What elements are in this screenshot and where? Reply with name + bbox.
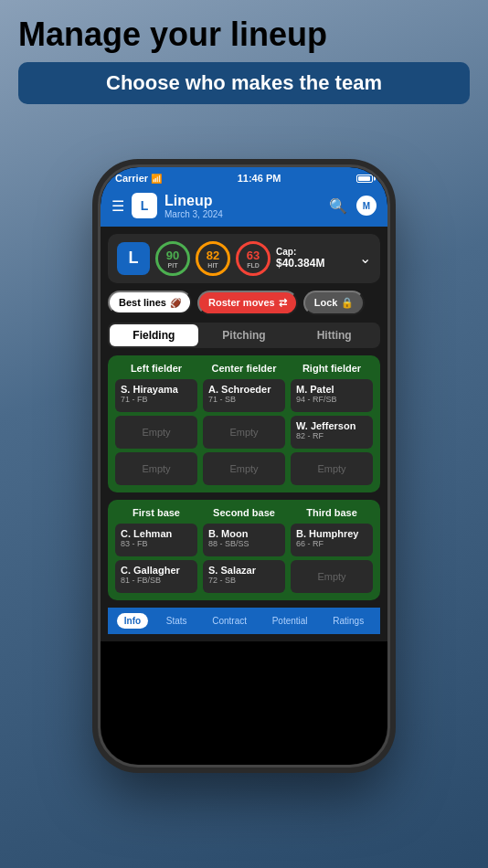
player-sub: 71 - FB — [121, 395, 192, 404]
outfield-section: Left fielder S. Hirayama 71 - FB Empty E… — [108, 355, 380, 492]
bottom-tab-info[interactable]: Info — [117, 613, 148, 629]
fld-circle: 63 FLD — [236, 241, 271, 276]
hit-circle: 82 HIT — [196, 241, 230, 276]
player-sub: 81 - FB/SB — [121, 576, 192, 585]
lock-icon: 🔒 — [341, 297, 354, 309]
phone-shell: Carrier 📶 11:46 PM ☰ L Lineup March 3, 2… — [98, 164, 390, 767]
bottom-tab-contract[interactable]: Contract — [205, 613, 254, 629]
tab-fielding[interactable]: Fielding — [110, 324, 198, 346]
main-content: L 90 PIT 82 HIT 63 FLD Cap: $40.384M ⌄ — [101, 227, 387, 641]
nav-bar: ☰ L Lineup March 3, 2024 🔍 M — [101, 187, 387, 227]
carrier-text: Carrier 📶 — [115, 173, 162, 184]
player-card-lf-empty2[interactable]: Empty — [115, 452, 197, 485]
chevron-down-icon[interactable]: ⌄ — [359, 249, 371, 267]
third-base-header: Third base — [291, 507, 373, 518]
player-name: C. Lehman — [121, 528, 192, 539]
second-base-col: Second base B. Moon 88 - SB/SS S. Salaza… — [203, 507, 285, 593]
player-sub: 66 - RF — [296, 539, 367, 548]
player-sub: 72 - SB — [208, 576, 280, 585]
player-card-jefferson[interactable]: W. Jefferson 82 - RF — [291, 416, 373, 449]
nav-logo: L — [132, 193, 157, 218]
nav-title: Lineup — [164, 193, 322, 209]
action-row: Best lines 🏈 Roster moves ⇄ Lock 🔒 — [108, 291, 380, 315]
left-field-header: Left fielder — [115, 363, 197, 374]
player-name: S. Salazar — [208, 565, 280, 576]
infield-section: First base C. Lehman 83 - FB C. Gallaghe… — [108, 500, 380, 600]
empty-label: Empty — [317, 571, 345, 582]
stats-row: L 90 PIT 82 HIT 63 FLD Cap: $40.384M ⌄ — [108, 234, 380, 283]
search-icon[interactable]: 🔍 — [329, 197, 347, 215]
empty-label: Empty — [317, 463, 345, 474]
player-card-humphrey[interactable]: B. Humphrey 66 - RF — [291, 524, 373, 556]
empty-label: Empty — [229, 427, 258, 438]
roster-moves-button[interactable]: Roster moves ⇄ — [197, 291, 298, 315]
empty-label: Empty — [142, 463, 170, 474]
bottom-tab-stats[interactable]: Stats — [159, 613, 195, 629]
player-name: B. Humphrey — [296, 528, 367, 539]
player-name: C. Gallagher — [121, 565, 192, 576]
player-card-salazar[interactable]: S. Salazar 72 - SB — [203, 560, 285, 593]
player-card-schroeder[interactable]: A. Schroeder 71 - SB — [203, 379, 285, 412]
best-lines-logo-icon: 🏈 — [170, 298, 181, 308]
first-base-col: First base C. Lehman 83 - FB C. Gallaghe… — [115, 507, 197, 593]
subtitle-text: Choose who makes the team — [106, 71, 382, 94]
status-bar: Carrier 📶 11:46 PM — [101, 167, 387, 187]
tab-row: Fielding Pitching Hitting — [108, 323, 380, 348]
player-card-rf-empty1[interactable]: Empty — [291, 452, 373, 485]
player-sub: 88 - SB/SS — [208, 539, 280, 548]
player-sub: 82 - RF — [296, 431, 367, 440]
nav-title-block: Lineup March 3, 2024 — [164, 193, 322, 219]
bottom-tab-ratings[interactable]: Ratings — [325, 613, 371, 629]
cap-value: $40.384M — [276, 257, 354, 270]
first-base-header: First base — [115, 507, 197, 518]
player-card-lf-empty1[interactable]: Empty — [115, 416, 197, 449]
second-base-header: Second base — [203, 507, 285, 518]
center-field-header: Center fielder — [203, 363, 285, 374]
cap-block: Cap: $40.384M — [276, 247, 354, 270]
empty-label: Empty — [142, 427, 170, 438]
phone-screen: Carrier 📶 11:46 PM ☰ L Lineup March 3, 2… — [101, 167, 387, 765]
bottom-tab-bar: Info Stats Contract Potential Ratings — [108, 608, 380, 634]
right-field-header: Right fielder — [291, 363, 373, 374]
outfield-row: Left fielder S. Hirayama 71 - FB Empty E… — [115, 363, 373, 485]
player-card-patel[interactable]: M. Patel 94 - RF/SB — [291, 379, 373, 412]
player-name: M. Patel — [296, 384, 367, 395]
player-card-lehman[interactable]: C. Lehman 83 - FB — [115, 524, 197, 556]
time-text: 11:46 PM — [238, 173, 281, 184]
right-field-col: Right fielder M. Patel 94 - RF/SB W. Jef… — [291, 363, 373, 485]
infield-row: First base C. Lehman 83 - FB C. Gallaghe… — [115, 507, 373, 593]
player-name: W. Jefferson — [296, 420, 367, 431]
team-avatar[interactable]: M — [356, 196, 377, 216]
cap-label: Cap: — [276, 247, 354, 257]
player-card-cf-empty1[interactable]: Empty — [203, 416, 285, 449]
player-sub: 71 - SB — [208, 395, 280, 404]
page-title: Manage your lineup — [18, 16, 470, 53]
player-card-hirayama[interactable]: S. Hirayama 71 - FB — [115, 379, 197, 412]
bottom-tab-potential[interactable]: Potential — [265, 613, 315, 629]
tab-hitting[interactable]: Hitting — [290, 324, 378, 346]
lock-button[interactable]: Lock 🔒 — [303, 291, 366, 315]
team-logo-box: L — [117, 242, 150, 275]
center-field-col: Center fielder A. Schroeder 71 - SB Empt… — [203, 363, 285, 485]
player-card-3b-empty1[interactable]: Empty — [291, 560, 373, 593]
subtitle-banner: Choose who makes the team — [18, 62, 470, 104]
hamburger-icon[interactable]: ☰ — [111, 197, 124, 215]
nav-date: March 3, 2024 — [164, 209, 322, 219]
transfer-icon: ⇄ — [279, 297, 287, 309]
best-lines-button[interactable]: Best lines 🏈 — [108, 291, 192, 314]
player-card-moon[interactable]: B. Moon 88 - SB/SS — [203, 524, 285, 556]
player-sub: 83 - FB — [121, 539, 192, 548]
player-sub: 94 - RF/SB — [296, 395, 367, 404]
page-header: Manage your lineup Choose who makes the … — [0, 0, 488, 113]
empty-label: Empty — [229, 463, 258, 474]
battery-indicator — [356, 175, 373, 183]
nav-icons: 🔍 M — [329, 196, 377, 216]
player-card-gallagher[interactable]: C. Gallagher 81 - FB/SB — [115, 560, 197, 593]
player-name: S. Hirayama — [121, 384, 192, 395]
player-card-cf-empty2[interactable]: Empty — [203, 452, 285, 485]
player-name: B. Moon — [208, 528, 280, 539]
tab-pitching[interactable]: Pitching — [200, 324, 289, 346]
third-base-col: Third base B. Humphrey 66 - RF Empty — [291, 507, 373, 593]
pit-circle: 90 PIT — [155, 241, 190, 276]
player-name: A. Schroeder — [208, 384, 280, 395]
